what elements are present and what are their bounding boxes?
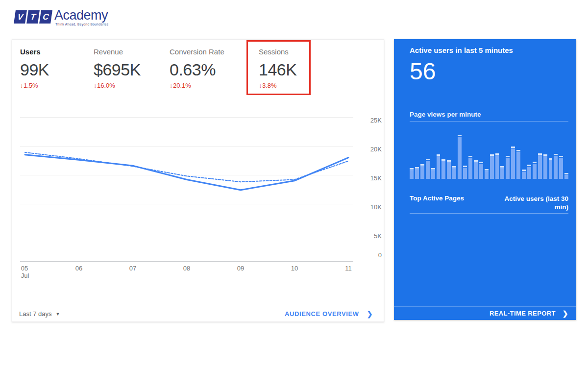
vtc-academy-logo: V T C Academy Think Ahead, Beyond Bounda… [15, 9, 108, 26]
pageviews-bar [490, 154, 494, 179]
active-pages-table-header: Top Active Pages Active users (last 30 m… [410, 195, 568, 211]
realtime-card: Active users in last 5 minutes 56 Page v… [394, 39, 576, 320]
traffic-chart-area: 05K10K15K20K25K05Jul060708091011 [20, 117, 383, 284]
pageviews-bar [495, 153, 499, 179]
overview-card: Users 99K ↓1.5% Revenue $695K ↓16.0% Con… [12, 39, 384, 322]
y-axis-label: 0 [355, 251, 382, 259]
y-axis-label: 20K [355, 146, 382, 153]
metric-value: $695K [94, 59, 170, 80]
pageviews-bar [485, 169, 489, 179]
pageviews-bar [468, 156, 472, 179]
down-arrow-icon: ↓ [259, 82, 262, 89]
active-users-30min-header: Active users (last 30 min) [490, 195, 568, 211]
pageviews-bar [415, 167, 419, 179]
metric-value: 0.63% [170, 59, 259, 80]
logo-letter-box: T [26, 10, 40, 24]
dashed-line [25, 152, 348, 182]
realtime-card-footer: REAL-TIME REPORT ❯ [394, 306, 576, 320]
x-axis-label: 05Jul [21, 265, 29, 279]
metric-value: 146K [259, 59, 337, 80]
pageviews-bar [441, 159, 445, 179]
pageviews-bar [522, 170, 526, 179]
pageviews-bar [506, 156, 510, 179]
x-axis-label: 09 [237, 265, 244, 272]
pageviews-bar [533, 162, 537, 179]
pageviews-bar [549, 158, 553, 179]
pageviews-bar [437, 154, 441, 179]
audience-overview-label: AUDIENCE OVERVIEW [285, 310, 359, 318]
logo-tagline: Think Ahead, Beyond Boundaries [55, 23, 108, 26]
logo-letter-box: C [39, 10, 52, 24]
pageviews-bar [447, 160, 451, 179]
metric-users[interactable]: Users 99K ↓1.5% [20, 47, 94, 90]
metric-delta: ↓16.0% [94, 82, 170, 90]
metric-revenue[interactable]: Revenue $695K ↓16.0% [94, 47, 170, 90]
metric-conversion-rate[interactable]: Conversion Rate 0.63% ↓20.1% [170, 47, 259, 90]
solid-line [25, 155, 348, 190]
pageviews-bar [463, 166, 467, 179]
down-arrow-icon: ↓ [94, 82, 97, 89]
logo-letter-boxes: V T C [15, 10, 51, 24]
real-time-report-label: REAL-TIME REPORT [490, 310, 556, 317]
y-axis-label: 5K [355, 232, 382, 240]
pageviews-bar [474, 160, 478, 179]
y-axis-label: 10K [355, 203, 382, 211]
pageviews-bar [452, 166, 456, 179]
chevron-right-icon: ❯ [367, 310, 373, 318]
pageviews-bar [559, 156, 563, 179]
x-axis-month-label: Jul [21, 272, 29, 279]
metrics-row: Users 99K ↓1.5% Revenue $695K ↓16.0% Con… [20, 47, 376, 90]
pageviews-bar [431, 168, 435, 179]
metric-delta-value: 16.0% [97, 82, 115, 89]
divider [410, 121, 568, 122]
pageviews-bar [410, 168, 414, 179]
metric-label: Sessions [259, 47, 337, 57]
pageviews-bar-chart [410, 134, 568, 179]
x-axis-label: 07 [129, 265, 136, 272]
metric-label: Revenue [94, 47, 170, 57]
chevron-right-icon: ❯ [563, 310, 568, 318]
active-users-count: 56 [410, 58, 436, 85]
metric-delta: ↓1.5% [20, 82, 94, 90]
realtime-title: Active users in last 5 minutes [410, 46, 513, 54]
pageviews-bar [538, 153, 542, 179]
top-active-pages-header: Top Active Pages [410, 195, 464, 211]
metric-delta: ↓3.8% [259, 82, 337, 90]
pageviews-bar [500, 166, 504, 179]
metric-delta: ↓20.1% [170, 82, 259, 90]
metric-delta-value: 3.8% [262, 82, 277, 89]
x-axis-label: 06 [75, 265, 82, 272]
pageviews-bar [479, 162, 483, 179]
pageviews-bar [426, 159, 430, 179]
y-axis-label: 25K [355, 117, 382, 124]
pageviews-bar [554, 154, 558, 179]
pageviews-bar [527, 165, 531, 179]
audience-overview-link[interactable]: AUDIENCE OVERVIEW ❯ [285, 310, 373, 318]
overview-card-footer: Last 7 days ▼ AUDIENCE OVERVIEW ❯ [12, 306, 384, 321]
pageviews-bar [516, 150, 520, 179]
x-axis-label: 11 [345, 265, 352, 272]
logo-letter-box: V [14, 10, 27, 24]
down-arrow-icon: ↓ [20, 82, 23, 89]
y-axis-label: 15K [355, 174, 382, 182]
metric-delta-value: 1.5% [24, 82, 38, 89]
metric-delta-value: 20.1% [173, 82, 191, 89]
metric-label: Conversion Rate [170, 47, 259, 57]
down-arrow-icon: ↓ [170, 82, 172, 89]
date-range-selector[interactable]: Last 7 days ▼ [19, 310, 60, 318]
x-axis-label: 10 [291, 265, 298, 272]
pageviews-bar [511, 147, 515, 179]
divider [410, 213, 568, 214]
pageviews-bar [420, 164, 424, 179]
pageviews-bar [564, 173, 568, 179]
dropdown-arrow-icon: ▼ [56, 312, 60, 317]
metric-value: 99K [20, 59, 94, 80]
x-axis-label: 08 [183, 265, 190, 272]
real-time-report-link[interactable]: REAL-TIME REPORT ❯ [490, 310, 568, 318]
logo-wordmark: Academy [54, 9, 108, 22]
metric-sessions[interactable]: Sessions 146K ↓3.8% [259, 47, 337, 90]
pageviews-bar [543, 154, 547, 179]
metric-label: Users [20, 47, 94, 57]
pageviews-bar [458, 135, 462, 179]
pageviews-chart-title: Page views per minute [410, 111, 481, 118]
